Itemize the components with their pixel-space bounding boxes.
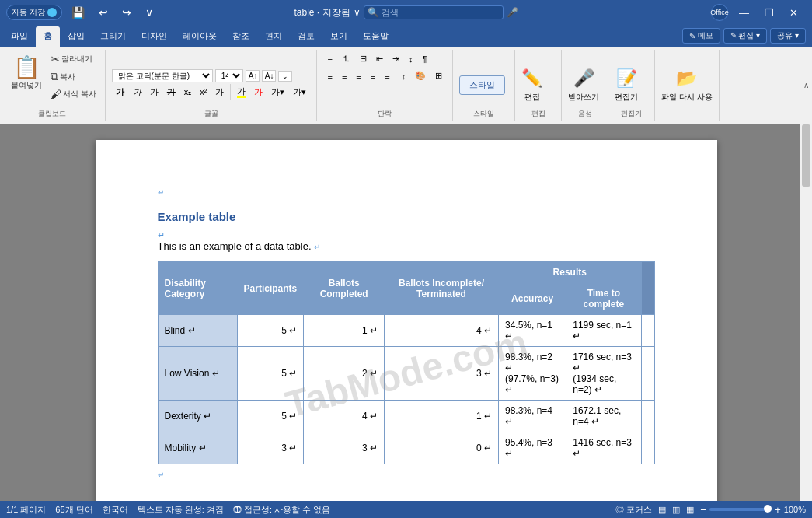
mic-icon[interactable]: 🎤 xyxy=(507,7,518,18)
line-spacing-button[interactable]: ↕ xyxy=(398,70,410,82)
reuse-icon: 📂 xyxy=(676,68,697,89)
view-toggle-buttons[interactable]: ▤ xyxy=(658,505,666,515)
restore-button[interactable]: ❐ xyxy=(757,0,782,25)
editor-inner: 📝 편집기 xyxy=(615,68,638,103)
undo-button[interactable]: ↩ xyxy=(94,5,113,20)
ribbon-collapse-button[interactable]: ∧ xyxy=(800,47,812,124)
bold-button[interactable]: 가 xyxy=(112,85,128,100)
tab-file[interactable]: 파일 xyxy=(3,26,36,47)
align-left-button[interactable]: ≡ xyxy=(323,70,336,82)
format-painter-button[interactable]: 🖌 서식 복사 xyxy=(48,86,99,102)
voice-label[interactable]: 받아쓰기 xyxy=(568,92,599,103)
view-print-button[interactable]: ▥ xyxy=(672,505,680,515)
font-increase-button[interactable]: A↑ xyxy=(246,70,260,82)
tab-insert[interactable]: 삽입 xyxy=(60,26,92,47)
align-center-button[interactable]: ≡ xyxy=(338,70,350,82)
clipboard-group: 📋 붙여넣기 ✂ 잘라내기 ⧉ 복사 🖌 서식 복사 클립보드 xyxy=(0,50,106,121)
increase-indent-button[interactable]: ⇥ xyxy=(389,52,403,65)
save-button[interactable]: 💾 xyxy=(67,5,89,20)
sort-button[interactable]: ↕ xyxy=(405,53,417,65)
scrollbar-thumb[interactable] xyxy=(802,124,810,187)
italic-button[interactable]: 가 xyxy=(129,85,145,100)
office-button[interactable]: Office xyxy=(711,4,728,21)
tab-design[interactable]: 디자인 xyxy=(134,26,175,47)
copy-icon: ⧉ xyxy=(51,70,58,83)
tab-references[interactable]: 참조 xyxy=(225,26,257,47)
td-completed-dx: 4 ↵ xyxy=(304,401,385,432)
editor-icon: 📝 xyxy=(616,68,637,89)
minimize-button[interactable]: — xyxy=(731,0,757,25)
tab-home[interactable]: 홈 xyxy=(36,26,60,47)
paste-button[interactable]: 📋 붙여넣기 xyxy=(6,51,47,94)
editor-group: 📝 편집기 편집기 xyxy=(608,50,655,121)
autosave-toggle[interactable]: 자동 저장 xyxy=(6,5,62,20)
superscript-button[interactable]: x² xyxy=(196,86,211,98)
dist-justify-button[interactable]: ≡ xyxy=(381,70,393,82)
tab-review[interactable]: 검토 xyxy=(290,26,322,47)
subscript-button[interactable]: x₂ xyxy=(180,86,196,99)
align-right-button[interactable]: ≡ xyxy=(352,70,364,82)
view-web-button[interactable]: ▦ xyxy=(686,505,694,515)
window-controls: — ❐ ✕ xyxy=(731,0,806,25)
close-button[interactable]: ✕ xyxy=(782,0,806,25)
styles-button[interactable]: 스타일 xyxy=(459,75,505,95)
focus-button[interactable]: ◎ 포커스 xyxy=(615,504,652,516)
table-row: Dexterity ↵ 5 ↵ 4 ↵ 1 ↵ 98.3%, n=4 ↵ 167… xyxy=(158,401,654,432)
editing-label[interactable]: 편집 xyxy=(524,92,540,103)
numbering-button[interactable]: ⒈ xyxy=(338,51,354,66)
font-color-button[interactable]: 가 xyxy=(250,85,267,100)
highlight-button[interactable]: 가 xyxy=(233,84,249,100)
borders-button[interactable]: ⊞ xyxy=(431,69,446,82)
underline-button[interactable]: 가 xyxy=(146,85,162,100)
font-row-2: 가 가 가 가 x₂ x² 가 가 가 가▾ 가▾ xyxy=(112,84,311,100)
clear-format-button[interactable]: 가 xyxy=(211,85,228,100)
font-color-dropdown[interactable]: 가▾ xyxy=(289,85,310,100)
title-bar-left: 자동 저장 💾 ↩ ↪ ∨ xyxy=(6,5,273,20)
text-effect-button[interactable]: 가▾ xyxy=(267,85,288,100)
quick-access-dropdown[interactable]: ∨ xyxy=(141,5,158,20)
title-dropdown[interactable]: ∨ xyxy=(354,7,361,18)
zoom-track[interactable] xyxy=(709,508,772,511)
bottom-para-mark: ↵ xyxy=(158,469,655,480)
tab-layout[interactable]: 레이아웃 xyxy=(175,26,225,47)
document-heading: Example table xyxy=(158,210,655,223)
cut-icon: ✂ xyxy=(51,53,60,65)
editor-label[interactable]: 편집기 xyxy=(615,92,638,103)
font-family-select[interactable]: 맑은 고딕(분문 한글) xyxy=(112,69,213,82)
tab-draw[interactable]: 그리기 xyxy=(92,26,134,47)
document-page: ↵ Example table ↵ This is an example of … xyxy=(96,140,717,501)
paragraph-label: 단락 xyxy=(317,109,452,119)
cut-button[interactable]: ✂ 잘라내기 xyxy=(48,51,99,67)
tab-help[interactable]: 도움말 xyxy=(355,26,396,47)
justify-button[interactable]: ≡ xyxy=(367,70,379,82)
tab-mailings[interactable]: 편지 xyxy=(257,26,290,47)
th-accuracy: Accuracy xyxy=(498,283,566,315)
font-dialog-button[interactable]: ⌄ xyxy=(278,71,292,82)
styles-group: 스타일 스타일 xyxy=(453,50,515,121)
doc-title: table · 저장됨 xyxy=(294,6,350,19)
reuse-label[interactable]: 파일 다시 사용 xyxy=(661,92,713,103)
search-input[interactable] xyxy=(364,5,504,19)
share-button[interactable]: 공유 ▾ xyxy=(770,28,806,44)
styles-label: 스타일 xyxy=(453,109,514,119)
edit-mode-button[interactable]: ✎ 편집 ▾ xyxy=(723,28,768,44)
tab-view[interactable]: 보기 xyxy=(322,26,355,47)
decrease-indent-button[interactable]: ⇤ xyxy=(372,52,387,65)
strikethrough-button[interactable]: 가 xyxy=(163,85,179,100)
font-decrease-button[interactable]: A↓ xyxy=(262,70,276,82)
td-incomplete-lv: 3 ↵ xyxy=(385,347,499,401)
zoom-in-button[interactable]: + xyxy=(775,504,781,516)
copy-button[interactable]: ⧉ 복사 xyxy=(48,68,99,85)
th-ballots-completed: Ballots Completed xyxy=(304,262,385,315)
show-marks-button[interactable]: ¶ xyxy=(418,53,430,65)
zoom-out-button[interactable]: − xyxy=(700,504,706,516)
language: 한국어 xyxy=(103,504,128,516)
shading-button[interactable]: 🎨 xyxy=(411,69,430,82)
clipboard-label: 클립보드 xyxy=(0,109,105,119)
font-size-select[interactable]: 14 xyxy=(215,69,243,82)
multilevel-button[interactable]: ⊟ xyxy=(356,52,371,65)
bullets-button[interactable]: ≡ xyxy=(323,53,336,65)
redo-button[interactable]: ↪ xyxy=(117,5,136,20)
scrollbar-vertical[interactable] xyxy=(800,124,812,501)
memo-button[interactable]: ✎ 메모 xyxy=(682,28,720,44)
